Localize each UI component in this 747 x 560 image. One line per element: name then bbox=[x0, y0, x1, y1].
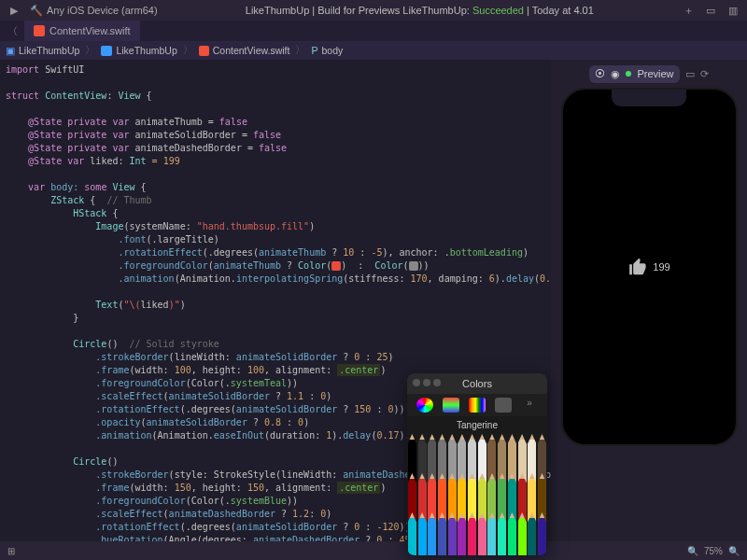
pencil-swatch[interactable] bbox=[448, 512, 457, 555]
minimize-icon[interactable] bbox=[423, 379, 430, 386]
hammer-icon: 🔨 bbox=[30, 5, 43, 17]
crumb-folder[interactable]: LikeThumbUp bbox=[116, 45, 176, 56]
status-dot-icon bbox=[626, 71, 631, 77]
zoom-level[interactable]: 75% bbox=[704, 546, 723, 556]
pencil-swatch[interactable] bbox=[468, 512, 476, 555]
liked-count: 199 bbox=[653, 261, 669, 273]
preview-canvas: ⦿ ◉ Preview ▭ ⟳ 199 bbox=[551, 60, 747, 541]
run-button[interactable]: ▶ bbox=[7, 4, 21, 17]
property-icon: P bbox=[311, 45, 317, 56]
pencil-swatch[interactable] bbox=[458, 512, 466, 555]
tab-label: ContentView.swift bbox=[49, 25, 131, 36]
settings-button[interactable]: ⟳ bbox=[700, 68, 709, 80]
color-swatch-gray[interactable] bbox=[409, 261, 418, 271]
color-mode-tabs[interactable]: » bbox=[407, 394, 547, 416]
crumb-file[interactable]: ContentView.swift bbox=[213, 45, 290, 56]
pencil-swatch[interactable] bbox=[518, 512, 527, 555]
color-picker-panel[interactable]: Colors » Tangerine bbox=[407, 373, 547, 555]
zoom-icon[interactable] bbox=[433, 379, 441, 386]
crumb-symbol[interactable]: body bbox=[321, 45, 343, 56]
scheme-selector[interactable]: 🔨 Any iOS Device (arm64) bbox=[30, 5, 158, 17]
panel-title: Colors bbox=[462, 378, 492, 389]
pencil-swatch[interactable] bbox=[438, 512, 446, 555]
swift-file-icon bbox=[199, 46, 209, 56]
pencil-swatch[interactable] bbox=[408, 512, 416, 555]
wheel-icon[interactable] bbox=[416, 398, 433, 413]
zoom-in-button[interactable]: 🔍 bbox=[728, 546, 740, 556]
color-swatch-red[interactable] bbox=[331, 261, 341, 271]
pencil-grid[interactable] bbox=[407, 434, 547, 555]
preview-label: Preview bbox=[637, 68, 673, 79]
pencil-swatch[interactable] bbox=[487, 512, 496, 555]
project-icon: ▣ bbox=[6, 45, 15, 56]
live-icon[interactable]: ◉ bbox=[611, 68, 620, 80]
thumbsup-icon bbox=[627, 257, 648, 277]
scheme-label: Any iOS Device (arm64) bbox=[47, 5, 158, 16]
pencil-swatch[interactable] bbox=[538, 512, 546, 555]
filter-button[interactable]: ⊞ bbox=[7, 546, 15, 556]
breadcrumb[interactable]: ▣ LikeThumbUp〉 LikeThumbUp〉 ContentView.… bbox=[0, 41, 747, 60]
pencil-swatch[interactable] bbox=[418, 512, 427, 555]
inspectors-button[interactable]: ▥ bbox=[726, 4, 740, 17]
device-notch bbox=[612, 90, 686, 106]
titlebar: ▶ 🔨 Any iOS Device (arm64) LikeThumbUp |… bbox=[0, 0, 747, 21]
library-button[interactable]: ▭ bbox=[704, 4, 717, 17]
device-button[interactable]: ▭ bbox=[685, 68, 695, 80]
pencil-swatch[interactable] bbox=[528, 512, 536, 555]
pencil-swatch[interactable] bbox=[508, 512, 516, 555]
tab-contentview[interactable]: ContentView.swift bbox=[24, 21, 140, 41]
more-icon[interactable]: » bbox=[521, 398, 538, 413]
pin-icon[interactable]: ⦿ bbox=[595, 68, 605, 79]
preview-controls[interactable]: ⦿ ◉ Preview bbox=[589, 65, 679, 83]
swift-file-icon bbox=[34, 25, 45, 36]
spectrum-icon[interactable] bbox=[469, 398, 486, 413]
preview-device[interactable]: 199 bbox=[561, 88, 738, 446]
sliders-icon[interactable] bbox=[443, 398, 459, 413]
close-icon[interactable] bbox=[413, 379, 420, 386]
pencil-swatch[interactable] bbox=[478, 512, 486, 555]
folder-icon bbox=[101, 46, 112, 56]
panel-titlebar[interactable]: Colors bbox=[407, 373, 547, 394]
status-bar: ⊞ 🔍 75% 🔍 bbox=[0, 541, 747, 560]
pencil-swatch[interactable] bbox=[428, 512, 436, 555]
build-status: LikeThumbUp | Build for Previews LikeThu… bbox=[167, 5, 672, 16]
pencils-icon[interactable] bbox=[495, 398, 512, 413]
plus-button[interactable]: ＋ bbox=[682, 4, 695, 17]
crumb-project[interactable]: LikeThumbUp bbox=[19, 45, 79, 56]
zoom-out-button[interactable]: 🔍 bbox=[687, 546, 698, 556]
nav-back-button[interactable]: 〈 bbox=[0, 24, 24, 37]
pencil-swatch[interactable] bbox=[498, 512, 506, 555]
tab-bar: 〈 ContentView.swift bbox=[0, 21, 747, 41]
selected-color-name: Tangerine bbox=[407, 416, 547, 434]
